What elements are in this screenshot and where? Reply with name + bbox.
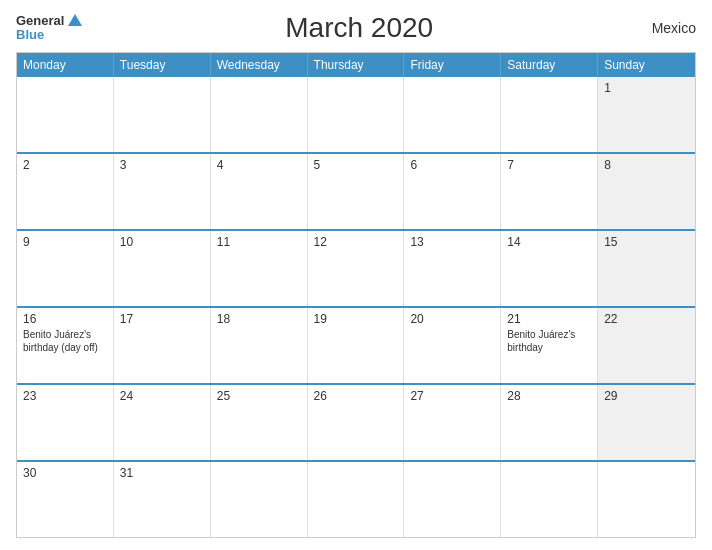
day-number: 3	[120, 158, 204, 172]
day-cell: 31	[114, 462, 211, 537]
day-number: 21	[507, 312, 591, 326]
day-number: 15	[604, 235, 689, 249]
calendar: MondayTuesdayWednesdayThursdayFridaySatu…	[16, 52, 696, 538]
day-cell	[598, 462, 695, 537]
day-number: 19	[314, 312, 398, 326]
day-header-monday: Monday	[17, 53, 114, 77]
day-cell: 5	[308, 154, 405, 229]
day-cell: 19	[308, 308, 405, 383]
day-header-wednesday: Wednesday	[211, 53, 308, 77]
day-cell: 7	[501, 154, 598, 229]
day-cell	[308, 462, 405, 537]
day-number: 14	[507, 235, 591, 249]
day-number: 7	[507, 158, 591, 172]
day-number: 12	[314, 235, 398, 249]
day-cell: 26	[308, 385, 405, 460]
day-number: 16	[23, 312, 107, 326]
day-header-tuesday: Tuesday	[114, 53, 211, 77]
day-number: 9	[23, 235, 107, 249]
day-cell	[211, 77, 308, 152]
day-cell	[404, 77, 501, 152]
country-label: Mexico	[636, 20, 696, 36]
day-number: 29	[604, 389, 689, 403]
logo: General Blue	[16, 14, 82, 43]
day-cell	[308, 77, 405, 152]
logo-general-text: General	[16, 14, 64, 28]
day-header-saturday: Saturday	[501, 53, 598, 77]
day-cell	[211, 462, 308, 537]
day-cell: 28	[501, 385, 598, 460]
day-cell: 3	[114, 154, 211, 229]
day-cell: 27	[404, 385, 501, 460]
day-event: Benito Juárez's birthday	[507, 328, 591, 354]
calendar-body: 12345678910111213141516Benito Juárez's b…	[17, 77, 695, 537]
day-cell: 13	[404, 231, 501, 306]
day-number: 13	[410, 235, 494, 249]
day-cell: 10	[114, 231, 211, 306]
day-cell: 21Benito Juárez's birthday	[501, 308, 598, 383]
day-cell: 15	[598, 231, 695, 306]
day-cell: 30	[17, 462, 114, 537]
day-number: 11	[217, 235, 301, 249]
day-cell: 20	[404, 308, 501, 383]
week-row: 9101112131415	[17, 229, 695, 306]
day-header-sunday: Sunday	[598, 53, 695, 77]
day-number: 26	[314, 389, 398, 403]
day-number: 6	[410, 158, 494, 172]
day-number: 22	[604, 312, 689, 326]
day-number: 10	[120, 235, 204, 249]
week-row: 16Benito Juárez's birthday (day off)1718…	[17, 306, 695, 383]
day-cell	[17, 77, 114, 152]
day-header-friday: Friday	[404, 53, 501, 77]
week-row: 3031	[17, 460, 695, 537]
day-cell: 23	[17, 385, 114, 460]
day-number: 8	[604, 158, 689, 172]
day-number: 2	[23, 158, 107, 172]
day-cell	[404, 462, 501, 537]
day-cell: 22	[598, 308, 695, 383]
day-cell: 29	[598, 385, 695, 460]
day-cell: 24	[114, 385, 211, 460]
logo-blue-text: Blue	[16, 28, 82, 42]
day-header-thursday: Thursday	[308, 53, 405, 77]
day-cell: 8	[598, 154, 695, 229]
page: General Blue March 2020 Mexico MondayTue…	[0, 0, 712, 550]
week-row: 23242526272829	[17, 383, 695, 460]
day-cell: 4	[211, 154, 308, 229]
day-number: 4	[217, 158, 301, 172]
day-cell	[501, 462, 598, 537]
day-number: 5	[314, 158, 398, 172]
day-cell: 14	[501, 231, 598, 306]
day-event: Benito Juárez's birthday (day off)	[23, 328, 107, 354]
day-cell: 25	[211, 385, 308, 460]
day-cell: 11	[211, 231, 308, 306]
day-cell: 6	[404, 154, 501, 229]
logo-triangle-icon	[68, 14, 82, 26]
day-number: 25	[217, 389, 301, 403]
calendar-title: March 2020	[82, 12, 636, 44]
header: General Blue March 2020 Mexico	[16, 12, 696, 44]
day-number: 30	[23, 466, 107, 480]
day-number: 1	[604, 81, 689, 95]
day-number: 24	[120, 389, 204, 403]
day-number: 20	[410, 312, 494, 326]
day-cell: 9	[17, 231, 114, 306]
week-row: 2345678	[17, 152, 695, 229]
day-cell: 16Benito Juárez's birthday (day off)	[17, 308, 114, 383]
week-row: 1	[17, 77, 695, 152]
day-number: 27	[410, 389, 494, 403]
day-cell: 17	[114, 308, 211, 383]
day-number: 28	[507, 389, 591, 403]
day-number: 18	[217, 312, 301, 326]
day-cell: 12	[308, 231, 405, 306]
calendar-header: MondayTuesdayWednesdayThursdayFridaySatu…	[17, 53, 695, 77]
day-number: 17	[120, 312, 204, 326]
day-cell: 18	[211, 308, 308, 383]
day-cell	[114, 77, 211, 152]
day-cell: 2	[17, 154, 114, 229]
day-cell: 1	[598, 77, 695, 152]
day-number: 23	[23, 389, 107, 403]
day-cell	[501, 77, 598, 152]
day-number: 31	[120, 466, 204, 480]
